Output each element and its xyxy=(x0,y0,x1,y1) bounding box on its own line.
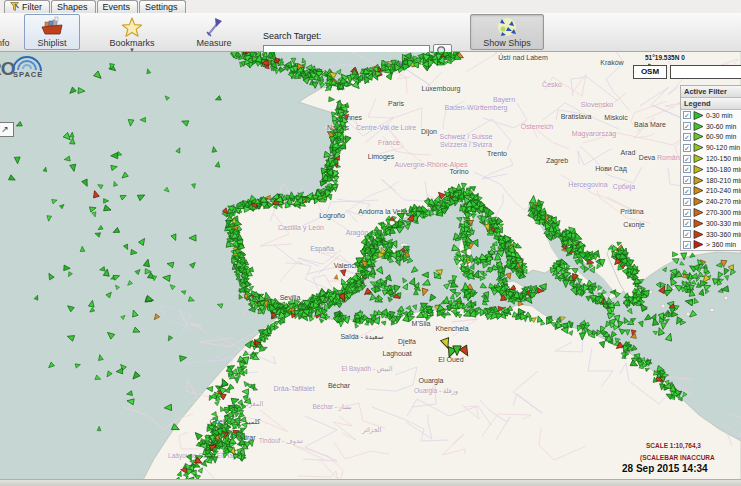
legend-checkbox[interactable]: ✓ xyxy=(683,176,691,184)
legend-item[interactable]: ✓0-30 min xyxy=(681,110,741,121)
legend-checkbox[interactable]: ✓ xyxy=(683,122,691,130)
legend-label: 210-240 min xyxy=(706,187,741,194)
legend-item[interactable]: ✓> 360 min xyxy=(681,240,741,251)
legend-item[interactable]: ✓210-240 min xyxy=(681,186,741,197)
legend-label: 270-300 min xyxy=(706,209,741,216)
coordinates-readout: 51°19.535N 0 xyxy=(645,54,685,61)
legend-label: 60-90 min xyxy=(706,133,736,140)
show-ships-button[interactable]: Show Ships xyxy=(470,14,544,50)
show-ships-label: Show Ships xyxy=(477,38,537,48)
ship-triangle-icon xyxy=(693,111,704,120)
bookmarks-button[interactable]: Bookmarks ▼ xyxy=(101,14,163,50)
legend-item[interactable]: ✓60-90 min xyxy=(681,132,741,143)
tab-settings[interactable]: Settings xyxy=(139,0,186,13)
legend-checkbox[interactable]: ✓ xyxy=(683,165,691,173)
info-label: Info xyxy=(0,38,15,48)
legend-item[interactable]: ✓240-270 min xyxy=(681,196,741,207)
legend-item[interactable]: ✓90-120 min xyxy=(681,142,741,153)
tab-label: Events xyxy=(103,2,131,12)
legend-checkbox[interactable]: ✓ xyxy=(683,219,691,227)
legend-item[interactable]: ✓180-210 min xyxy=(681,175,741,186)
legend-item[interactable]: ✓120-150 min xyxy=(681,153,741,164)
filter-icon xyxy=(10,2,19,11)
ship-triangle-icon xyxy=(693,165,704,174)
legend-item[interactable]: ✓270-300 min xyxy=(681,207,741,218)
tab-label: Shapes xyxy=(57,2,88,12)
shiplist-label: Shiplist xyxy=(31,38,73,48)
scale-text: SCALE 1:10,764,3 xyxy=(646,442,701,449)
legend-checkbox[interactable]: ✓ xyxy=(683,144,691,152)
legend-label: 150-180 min xyxy=(706,166,741,173)
measure-label: Measure xyxy=(190,38,238,48)
basemap-osm-button[interactable]: OSM xyxy=(633,65,667,79)
menu-tabbar: FilterShapesEventsSettings xyxy=(0,0,741,13)
ship-triangle-icon xyxy=(693,197,704,206)
ship-triangle-icon xyxy=(693,122,704,131)
measure-compass-icon xyxy=(190,16,238,38)
datetime-readout: 28 Sep 2015 14:34 xyxy=(622,463,708,474)
legend-checkbox[interactable]: ✓ xyxy=(683,198,691,206)
tab-events[interactable]: Events xyxy=(97,0,139,13)
info-button[interactable]: Info xyxy=(0,14,22,50)
shiplist-button[interactable]: Shiplist xyxy=(24,14,80,50)
legend-label: > 360 min xyxy=(706,241,736,248)
legend-label: 330-360 min xyxy=(706,231,741,238)
legend-header[interactable]: Legend xyxy=(681,98,741,110)
ship-triangle-icon xyxy=(693,240,704,249)
scalebar-warning-text: (SCALEBAR INACCURA xyxy=(640,454,715,461)
legend-checkbox[interactable]: ✓ xyxy=(683,241,691,249)
ship-triangle-icon xyxy=(693,208,704,217)
legend-checkbox[interactable]: ✓ xyxy=(683,187,691,195)
active-filter-header[interactable]: Active Filter xyxy=(681,86,741,98)
legend-item[interactable]: ✓330-360 min xyxy=(681,229,741,240)
ship-triangle-icon xyxy=(693,132,704,141)
legend-rows: ✓0-30 min✓30-60 min✓60-90 min✓90-120 min… xyxy=(681,110,741,250)
legend-label: 120-150 min xyxy=(706,155,741,162)
search-target-label: Search Target: xyxy=(263,31,321,41)
legend-label: 0-30 min xyxy=(706,112,732,119)
ship-triangle-icon xyxy=(693,154,704,163)
ship-icon xyxy=(31,16,73,38)
show-ships-icon xyxy=(477,16,537,38)
star-icon xyxy=(108,16,156,38)
brand-logo: RO SPACE xyxy=(0,56,58,82)
tab-shapes[interactable]: Shapes xyxy=(51,0,96,13)
ship-tracking-app: FilterShapesEventsSettings Info Shiplist xyxy=(0,0,741,486)
filter-legend-panel: Active Filter Legend ✓0-30 min✓30-60 min… xyxy=(680,85,741,251)
legend-label: 180-210 min xyxy=(706,177,741,184)
ship-triangle-icon xyxy=(693,186,704,195)
tab-label: Settings xyxy=(145,2,178,12)
legend-item[interactable]: ✓150-180 min xyxy=(681,164,741,175)
bottom-window-edge xyxy=(0,479,741,486)
ship-triangle-icon xyxy=(693,230,704,239)
ship-triangle-icon xyxy=(693,176,704,185)
pan-arrow-button[interactable]: ↗ xyxy=(0,122,14,137)
logo-subtext: SPACE xyxy=(13,70,43,79)
legend-item[interactable]: ✓30-60 min xyxy=(681,121,741,132)
ship-layer[interactable] xyxy=(0,52,741,479)
basemap-alt-button[interactable] xyxy=(670,65,741,79)
tab-filter[interactable]: Filter xyxy=(4,0,50,13)
legend-item[interactable]: ✓300-330 min xyxy=(681,218,741,229)
ship-triangle-icon xyxy=(693,219,704,228)
main-toolbar: Info Shiplist Bookmarks ▼ xyxy=(0,13,741,52)
legend-label: 90-120 min xyxy=(706,144,740,151)
legend-label: 30-60 min xyxy=(706,123,736,130)
legend-label: 240-270 min xyxy=(706,198,741,205)
legend-checkbox[interactable]: ✓ xyxy=(683,230,691,238)
ship-triangle-icon xyxy=(693,143,704,152)
measure-button[interactable]: Measure xyxy=(183,14,245,50)
info-icon xyxy=(0,16,15,38)
legend-checkbox[interactable]: ✓ xyxy=(683,155,691,163)
legend-checkbox[interactable]: ✓ xyxy=(683,133,691,141)
legend-label: 300-330 min xyxy=(706,220,741,227)
legend-checkbox[interactable]: ✓ xyxy=(683,111,691,119)
tab-label: Filter xyxy=(22,2,42,12)
legend-checkbox[interactable]: ✓ xyxy=(683,209,691,217)
map-canvas[interactable]: Ústí nad LabemKrakówAmiensLuxembourgPari… xyxy=(0,52,741,479)
